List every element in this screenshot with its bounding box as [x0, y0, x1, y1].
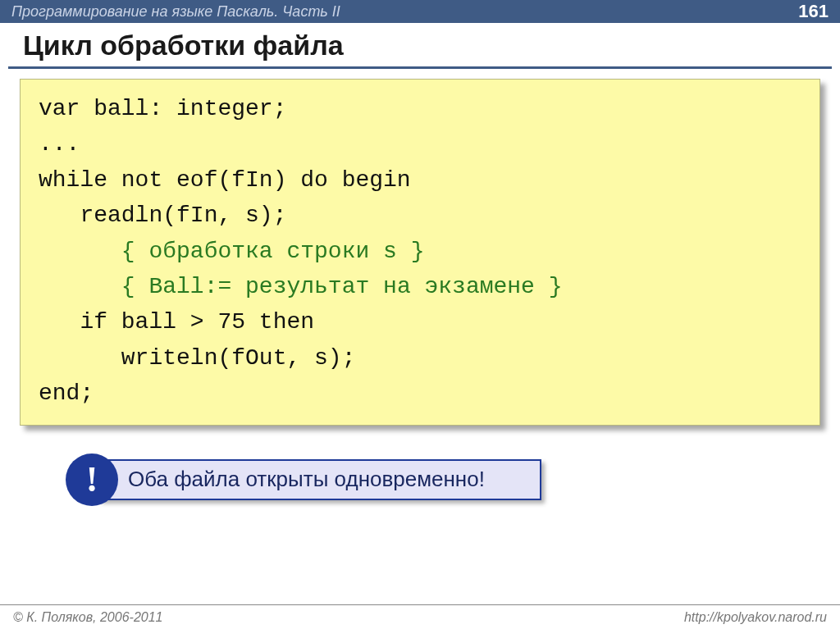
- code-line-2: ...: [39, 131, 80, 157]
- bang-glyph: !: [86, 462, 98, 498]
- code-comment-1: { обработка строки s }: [121, 239, 425, 264]
- callout-row: ! Оба файла открыты одновременно!: [0, 454, 840, 506]
- codebox: var ball: integer; ... while not eof(fIn…: [20, 79, 820, 426]
- code-line-4: readln(fIn, s);: [39, 203, 286, 228]
- code-line-8: writeln(fOut, s);: [39, 345, 355, 371]
- footer-copyright: © К. Поляков, 2006-2011: [13, 610, 162, 625]
- warning-icon: !: [66, 454, 118, 506]
- code-comment-2: { Ball:= результат на экзамене }: [121, 274, 563, 299]
- footer: © К. Поляков, 2006-2011 http://kpolyakov…: [0, 604, 840, 629]
- code-line-3: while not eof(fIn) do begin: [39, 167, 411, 193]
- code-line-6-indent: [39, 274, 121, 299]
- callout-box: Оба файла открыты одновременно!: [98, 459, 541, 500]
- callout-text: Оба файла открыты одновременно!: [128, 467, 485, 492]
- topbar: Программирование на языке Паскаль. Часть…: [0, 0, 840, 23]
- slide-title: Цикл обработки файла: [0, 23, 840, 66]
- slide: Программирование на языке Паскаль. Часть…: [0, 0, 840, 629]
- page-number: 161: [798, 1, 829, 22]
- topbar-subject: Программирование на языке Паскаль. Часть…: [11, 3, 340, 21]
- title-rule: [8, 66, 832, 69]
- footer-url: http://kpolyakov.narod.ru: [684, 610, 827, 625]
- code-line-1: var ball: integer;: [39, 96, 286, 121]
- code-line-9: end;: [39, 381, 94, 406]
- code-line-5-indent: [39, 239, 121, 264]
- codebox-wrap: var ball: integer; ... while not eof(fIn…: [0, 79, 840, 426]
- code-line-7: if ball > 75 then: [39, 309, 314, 335]
